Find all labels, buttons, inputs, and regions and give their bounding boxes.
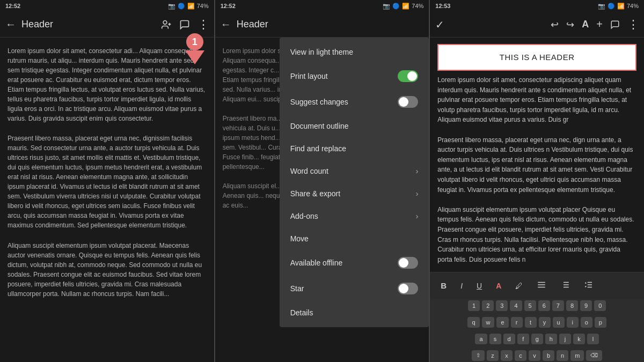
key-f[interactable]: f	[517, 334, 529, 344]
suggest-changes-toggle[interactable]	[398, 96, 418, 108]
key-5[interactable]: 5	[524, 300, 536, 311]
check-icon[interactable]: ✓	[435, 18, 444, 31]
key-2[interactable]: 2	[482, 300, 494, 311]
menu-item-find-replace[interactable]: Find and replace	[280, 137, 429, 160]
key-b[interactable]: b	[543, 350, 554, 361]
key-d[interactable]: d	[503, 334, 515, 344]
battery-3: 74%	[627, 3, 639, 9]
battery-2: 74%	[412, 3, 423, 9]
print-layout-toggle[interactable]	[398, 70, 418, 82]
key-s[interactable]: s	[489, 334, 501, 344]
add-icon[interactable]: +	[596, 18, 603, 31]
key-w[interactable]: w	[482, 317, 495, 328]
paint-button[interactable]: 🖊	[512, 279, 526, 292]
menu-item-addons[interactable]: Add-ons ›	[280, 205, 429, 227]
status-icons-2: 📷 🔵 📶 74%	[383, 3, 423, 10]
battery-1: 74%	[197, 3, 209, 9]
keyboard-row-2: q w e r t y u i o p	[464, 315, 610, 330]
key-4[interactable]: 4	[510, 300, 522, 311]
key-l[interactable]: l	[587, 334, 599, 344]
key-shift[interactable]: ⇧	[472, 350, 485, 361]
key-r[interactable]: r	[511, 317, 523, 328]
toolbar-1: ← Header ⋮	[0, 12, 214, 38]
align-button[interactable]	[533, 278, 550, 293]
key-i[interactable]: i	[567, 317, 579, 328]
key-k[interactable]: k	[573, 334, 585, 344]
key-o[interactable]: o	[581, 317, 592, 328]
key-8[interactable]: 8	[566, 300, 578, 311]
undo-icon[interactable]: ↩	[551, 19, 559, 31]
comment-icon-3[interactable]	[610, 20, 620, 29]
key-u[interactable]: u	[553, 317, 565, 328]
key-g[interactable]: g	[531, 334, 543, 344]
add-person-icon[interactable]	[161, 19, 172, 30]
menu-label-document-outline: Document outline	[290, 122, 349, 130]
key-t[interactable]: t	[525, 317, 537, 328]
key-a[interactable]: a	[475, 334, 487, 344]
key-3[interactable]: 3	[496, 300, 508, 311]
key-9[interactable]: 9	[580, 300, 592, 311]
key-h[interactable]: h	[545, 334, 557, 344]
key-7[interactable]: 7	[552, 300, 564, 311]
panel-1: 12:52 📷 🔵 📶 74% ← Header ⋮	[0, 0, 214, 362]
menu-item-suggest-changes[interactable]: Suggest changes	[280, 89, 429, 115]
key-c[interactable]: c	[515, 350, 526, 361]
italic-button[interactable]: I	[457, 279, 466, 292]
format-text-icon[interactable]: A	[582, 19, 589, 30]
status-icons-1: 📷 🔵 📶 74%	[168, 3, 209, 10]
doc-title-2: Header	[237, 19, 424, 30]
comment-icon[interactable]	[179, 19, 190, 30]
menu-item-word-count[interactable]: Word count ›	[280, 160, 429, 182]
underline-button[interactable]: U	[473, 279, 485, 292]
redo-icon[interactable]: ↪	[566, 19, 574, 31]
key-backspace[interactable]: ⌫	[586, 350, 602, 361]
menu-label-word-count: Word count	[290, 167, 328, 175]
menu-item-available-offline[interactable]: Available offline	[280, 250, 429, 276]
key-q[interactable]: q	[467, 317, 479, 328]
menu-item-share-export[interactable]: Share & export ›	[280, 182, 429, 205]
key-m[interactable]: m	[570, 350, 584, 361]
status-bar-2: 12:52 📷 🔵 📶 74%	[215, 0, 429, 12]
more-options-icon-3[interactable]: ⋮	[627, 18, 639, 32]
menu-item-details[interactable]: Details	[280, 301, 429, 324]
list-button-1[interactable]	[557, 278, 573, 293]
menu-item-document-outline[interactable]: Document outline	[280, 115, 429, 137]
more-options-icon-1[interactable]: ⋮	[197, 18, 209, 32]
key-e[interactable]: e	[496, 317, 508, 328]
signal-icon: 📶	[187, 3, 195, 10]
available-offline-toggle[interactable]	[398, 257, 418, 269]
back-button-2[interactable]: ←	[221, 18, 231, 31]
key-6[interactable]: 6	[538, 300, 550, 311]
key-v[interactable]: v	[529, 350, 540, 361]
key-y[interactable]: y	[539, 317, 551, 328]
star-toggle[interactable]	[398, 283, 418, 294]
bluetooth-icon-3: 🔵	[608, 3, 615, 10]
time-3: 12:53	[435, 3, 450, 9]
key-x[interactable]: x	[501, 350, 513, 361]
bold-button[interactable]: B	[437, 279, 450, 292]
key-1[interactable]: 1	[468, 300, 480, 311]
menu-label-share-export: Share & export	[290, 189, 340, 198]
key-p[interactable]: p	[595, 317, 606, 328]
svg-point-0	[163, 20, 167, 24]
key-z[interactable]: z	[487, 350, 499, 361]
toolbar-3: ✓ ↩ ↪ A + ⋮	[430, 12, 644, 38]
menu-item-star[interactable]: Star	[280, 276, 429, 301]
header-section: THIS IS A HEADER	[437, 44, 636, 71]
menu-item-print-layout[interactable]: Print layout	[280, 63, 429, 89]
font-color-button[interactable]: A	[493, 279, 504, 292]
back-button-1[interactable]: ←	[5, 18, 16, 31]
menu-label-find-replace: Find and replace	[290, 144, 346, 153]
time-2: 12:52	[221, 3, 236, 9]
camera-icon: 📷	[168, 3, 175, 10]
key-0[interactable]: 0	[594, 300, 606, 311]
key-j[interactable]: j	[559, 334, 571, 344]
list-button-2[interactable]	[581, 278, 597, 293]
keyboard-row-1: 1 2 3 4 5 6 7 8 9 0	[465, 298, 609, 313]
menu-item-move[interactable]: Move	[280, 227, 429, 250]
menu-item-view-light-theme[interactable]: View in light theme	[280, 41, 429, 63]
key-n[interactable]: n	[557, 350, 568, 361]
status-bar-1: 12:52 📷 🔵 📶 74%	[0, 0, 214, 12]
status-bar-3: 12:53 📷 🔵 📶 74%	[430, 0, 644, 12]
time-1: 12:52	[5, 3, 20, 9]
